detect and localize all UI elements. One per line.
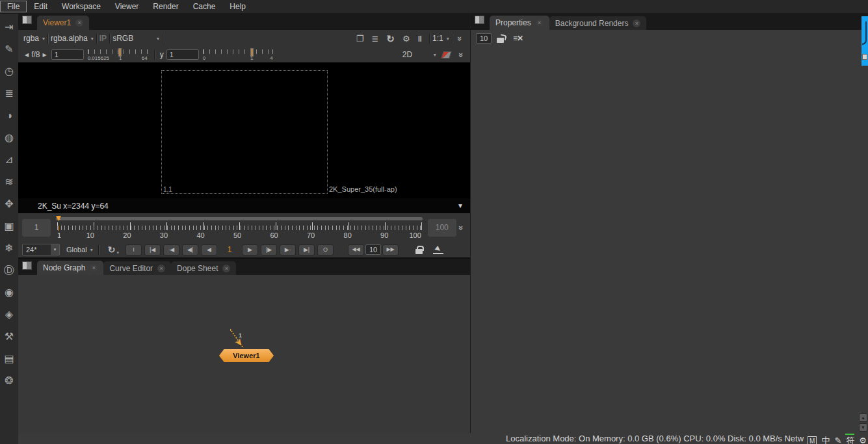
zoom-level-dropdown[interactable]: 1:1 ▾ — [432, 34, 449, 43]
keyer-icon[interactable]: ⊿ — [1, 152, 17, 168]
skip-back-button[interactable]: ◀◀ — [348, 244, 364, 255]
tab-dope-sheet[interactable]: Dope Sheet × — [171, 261, 236, 275]
color-icon[interactable]: ◑ — [1, 108, 17, 124]
metadata-icon[interactable]: ◈ — [1, 307, 17, 322]
filter-icon[interactable]: ◍ — [1, 130, 17, 146]
draw-icon[interactable]: ✎ — [1, 42, 17, 57]
scroll-up-icon[interactable]: ▲ — [859, 413, 867, 422]
collapse-chevrons-icon[interactable]: » — [456, 52, 466, 57]
menu-render[interactable]: Render — [146, 1, 185, 12]
tab-background-renders[interactable]: Background Renders × — [549, 16, 647, 30]
tab-viewer1[interactable]: Viewer1 × — [37, 16, 89, 30]
nodegraph-canvas[interactable]: ➤ 1 Viewer1 — [18, 275, 470, 444]
pause-icon[interactable]: ‖ — [418, 34, 423, 43]
next-keyframe-button[interactable]: ▶∙ — [280, 244, 296, 255]
merge-icon[interactable]: ≋ — [1, 174, 17, 190]
gain-slider[interactable]: 0.015625 1 64 — [88, 48, 148, 61]
pane-menu-icon[interactable] — [22, 261, 32, 270]
tray-punctuation-icon[interactable]: 符 — [846, 436, 854, 444]
gain-next-icon[interactable]: ▶ — [43, 52, 47, 58]
gamma-input[interactable] — [166, 49, 199, 60]
toolsets-icon[interactable]: ⚒ — [1, 329, 17, 345]
tab-curve-editor[interactable]: Curve Editor × — [103, 261, 171, 275]
3d-icon[interactable]: ▣ — [1, 218, 17, 234]
viewer-canvas[interactable]: 1,1 2K_Super_35(full-ap) — [18, 62, 470, 198]
close-icon[interactable]: × — [157, 265, 165, 272]
pane-menu-icon[interactable] — [22, 16, 32, 24]
scroll-down-icon[interactable]: ▼ — [859, 423, 867, 432]
close-icon[interactable]: × — [633, 20, 640, 27]
dropdown-arrow-icon[interactable]: ▼ — [457, 202, 464, 209]
view-mode-dropdown[interactable]: 2D ▾ — [402, 50, 436, 59]
close-icon[interactable]: × — [75, 19, 83, 27]
play-backward-button[interactable]: ◀ — [201, 244, 217, 255]
timeline-tick-label: 20 — [123, 231, 131, 239]
views-icon[interactable]: ◉ — [1, 285, 17, 300]
tray-keyboard-layout-icon[interactable]: M — [808, 436, 817, 444]
collapse-chevrons-icon[interactable]: » — [456, 225, 466, 229]
particles-icon[interactable]: ❄ — [1, 241, 17, 256]
play-forward-button[interactable]: ▶ — [242, 244, 258, 255]
tab-node-graph[interactable]: Node Graph × — [37, 261, 103, 275]
step-forward-button[interactable]: |▶ — [261, 244, 277, 255]
menu-cache[interactable]: Cache — [186, 1, 223, 12]
plugins-icon[interactable]: ❂ — [1, 373, 17, 389]
close-all-panels-icon[interactable]: ≡✕ — [513, 34, 523, 43]
deep-icon[interactable]: Ⓓ — [1, 263, 17, 278]
gain-input[interactable] — [51, 49, 84, 60]
menu-edit[interactable]: Edit — [27, 1, 55, 12]
unlock-icon[interactable] — [497, 38, 504, 43]
stack-mode-icon[interactable]: ≣ — [371, 34, 378, 43]
menu-viewer[interactable]: Viewer — [108, 1, 146, 12]
playhead[interactable]: 1 — [56, 221, 62, 230]
tray-pen-icon[interactable]: ✎ — [834, 436, 841, 444]
tray-chinese-mode-icon[interactable]: 中 — [821, 436, 830, 444]
playback-loop-icon[interactable]: ↻ — [108, 244, 116, 255]
playhead-frame-label: 1 — [57, 215, 60, 221]
viewer-process-dropdown[interactable]: sRGB ▾ — [112, 34, 159, 43]
flipbook-render-icon[interactable]: ▶ — [433, 246, 443, 254]
step-back-button[interactable]: ◀| — [182, 244, 198, 255]
close-icon[interactable]: × — [222, 265, 230, 272]
goto-start-button[interactable]: |◀ — [144, 244, 161, 255]
timeline-ruler[interactable]: 1102030405060708090100 1 — [56, 215, 423, 240]
menu-help[interactable]: Help — [222, 1, 253, 12]
range-in-field[interactable]: 1 — [22, 219, 51, 237]
frame-increment-field[interactable] — [365, 244, 381, 255]
display-window-icon[interactable]: ❐ — [356, 34, 364, 43]
skip-forward-button[interactable]: ▶▶ — [382, 244, 399, 255]
close-icon[interactable]: × — [90, 264, 98, 272]
wipe-indicator-icon[interactable] — [441, 51, 452, 59]
channels-dropdown[interactable]: rgba ▾ — [23, 34, 45, 43]
channel-icon[interactable]: ≣ — [1, 86, 17, 101]
range-playback-button[interactable]: I — [125, 244, 142, 255]
menu-file[interactable]: File — [0, 1, 27, 12]
current-frame-readout[interactable]: 1 — [218, 245, 241, 254]
image-icon[interactable]: ⇥ — [1, 20, 17, 35]
collapse-chevrons-icon[interactable]: » — [455, 36, 465, 40]
range-out-field[interactable]: 100 — [428, 219, 456, 237]
other-icon[interactable]: ▤ — [1, 351, 17, 367]
pane-menu-icon[interactable] — [475, 16, 484, 24]
gain-prev-icon[interactable]: ◀ — [25, 52, 29, 58]
input-process-toggle[interactable]: IP — [99, 34, 107, 43]
roi-gear-icon[interactable]: ⚙ — [402, 34, 410, 43]
time-icon[interactable]: ◷ — [1, 64, 17, 79]
tray-settings-icon[interactable]: ⚙ — [859, 436, 867, 444]
lock-icon[interactable] — [415, 249, 423, 254]
goto-end-button[interactable]: ▶| — [298, 244, 315, 255]
frame-range-button[interactable]: O — [317, 244, 334, 255]
timeline-scrollbar[interactable] — [56, 217, 423, 220]
max-panels-field[interactable] — [476, 33, 492, 44]
close-icon[interactable]: × — [536, 19, 544, 27]
layer-dropdown[interactable]: rgba.alpha ▾ — [51, 34, 94, 43]
refresh-icon[interactable]: ↻ — [386, 34, 395, 44]
menu-workspace[interactable]: Workspace — [55, 1, 108, 12]
transform-icon[interactable]: ✥ — [1, 196, 17, 212]
fps-dropdown[interactable]: 24* ▾ — [22, 244, 60, 255]
prev-keyframe-button[interactable]: ∙◀ — [163, 244, 179, 255]
viewer1-node[interactable]: Viewer1 — [219, 349, 274, 362]
tab-properties[interactable]: Properties × — [490, 16, 549, 30]
frame-range-mode-dropdown[interactable]: Global ▾ — [66, 246, 93, 254]
gamma-slider[interactable]: 0 1 4 — [203, 48, 273, 61]
